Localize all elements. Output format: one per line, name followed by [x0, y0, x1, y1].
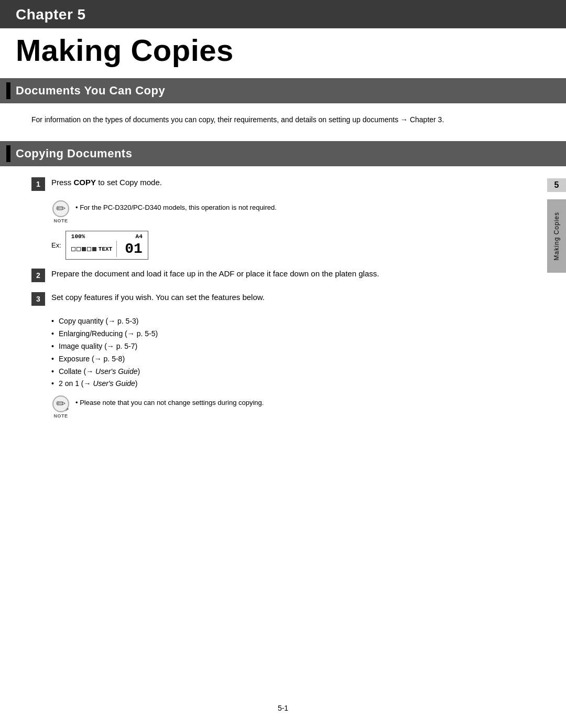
- step-1-content: Press COPY to set Copy mode.: [51, 177, 535, 189]
- list-item-2: Enlarging/Reducing (→ p. 5-5): [51, 328, 535, 340]
- lcd-block-1: [71, 247, 75, 251]
- section-header-bar: [6, 82, 10, 99]
- section2-header: Copying Documents: [0, 141, 566, 166]
- lcd-display: 100% A4 TEXT 01: [66, 231, 148, 260]
- step-1: 1 Press COPY to set Copy mode.: [31, 177, 535, 191]
- step-1-number: 1: [31, 177, 45, 191]
- chapter-label: Chapter 5: [16, 6, 86, 23]
- step-3-content: Set copy features if you wish. You can s…: [51, 292, 535, 304]
- note-icon-area-1: ✏ NOTE: [51, 200, 70, 223]
- list-item-1: Copy quantity (→ p. 5-3): [51, 315, 535, 328]
- lcd-example: Ex: 100% A4 TEXT 01: [51, 231, 535, 260]
- step-2-text: Prepare the document and load it face up…: [51, 269, 379, 278]
- chapter-banner: Chapter 5: [0, 0, 566, 28]
- lcd-percent: 100%: [71, 233, 85, 240]
- main-title: Making Copies: [0, 28, 566, 78]
- note-block-1: ✏ NOTE • For the PC-D320/PC-D340 models,…: [51, 200, 535, 223]
- lcd-block-5: [92, 247, 96, 251]
- step-1-text: Press COPY to set Copy mode.: [51, 178, 162, 187]
- section1-header: Documents You Can Copy: [0, 78, 566, 103]
- side-tab: Making Copies: [547, 199, 566, 273]
- section1-content: For information on the types of document…: [0, 114, 566, 125]
- side-tab-label: Making Copies: [553, 212, 560, 260]
- section2-header-bar: [6, 145, 10, 162]
- list-item-4: Exposure (→ p. 5-8): [51, 353, 535, 366]
- step-2: 2 Prepare the document and load it face …: [31, 268, 535, 282]
- page-number: 5-1: [278, 704, 288, 712]
- list-item-6: 2 on 1 (→ User's Guide): [51, 378, 535, 390]
- note-text-2: • Please note that you can not change se…: [75, 395, 264, 408]
- note-pencil-icon-2: ✏ ↗: [52, 395, 69, 412]
- note-icon-area-2: ✏ ↗ NOTE: [51, 395, 70, 419]
- list-item-5: Collate (→ User's Guide): [51, 366, 535, 378]
- step-2-content: Prepare the document and load it face up…: [51, 268, 535, 280]
- lcd-block-4: [87, 247, 91, 251]
- lcd-row1: 100% A4: [71, 233, 143, 240]
- lcd-paper-size: A4: [136, 233, 143, 240]
- section2-content: 1 Press COPY to set Copy mode. ✏ NOTE • …: [0, 177, 566, 419]
- step-3-text: Set copy features if you wish. You can s…: [51, 293, 265, 302]
- lcd-block-3: [82, 247, 86, 251]
- features-list: Copy quantity (→ p. 5-3) Enlarging/Reduc…: [51, 315, 535, 390]
- lcd-row2: TEXT 01: [71, 241, 143, 257]
- side-tab-number: 5: [547, 178, 566, 192]
- lcd-blocks: [71, 247, 96, 251]
- list-item-3: Image quality (→ p. 5-7): [51, 340, 535, 353]
- section2-title: Copying Documents: [16, 147, 132, 160]
- lcd-ex-label: Ex:: [51, 241, 61, 249]
- lcd-text-label: TEXT: [99, 246, 112, 252]
- section1-title: Documents You Can Copy: [16, 84, 165, 98]
- note-block-2: ✏ ↗ NOTE • Please note that you can not …: [51, 395, 535, 419]
- step-3-number: 3: [31, 292, 45, 306]
- note-label-2: NOTE: [53, 413, 68, 419]
- step-3: 3 Set copy features if you wish. You can…: [31, 292, 535, 306]
- note-text-1: • For the PC-D320/PC-D340 models, this o…: [75, 200, 277, 213]
- step-2-number: 2: [31, 269, 45, 282]
- lcd-number: 01: [116, 241, 143, 257]
- note-pencil-icon-1: ✏: [52, 200, 69, 217]
- note-label-1: NOTE: [53, 218, 68, 223]
- intro-text: For information on the types of document…: [31, 114, 535, 125]
- copy-word: COPY: [74, 178, 96, 187]
- lcd-block-2: [77, 247, 81, 251]
